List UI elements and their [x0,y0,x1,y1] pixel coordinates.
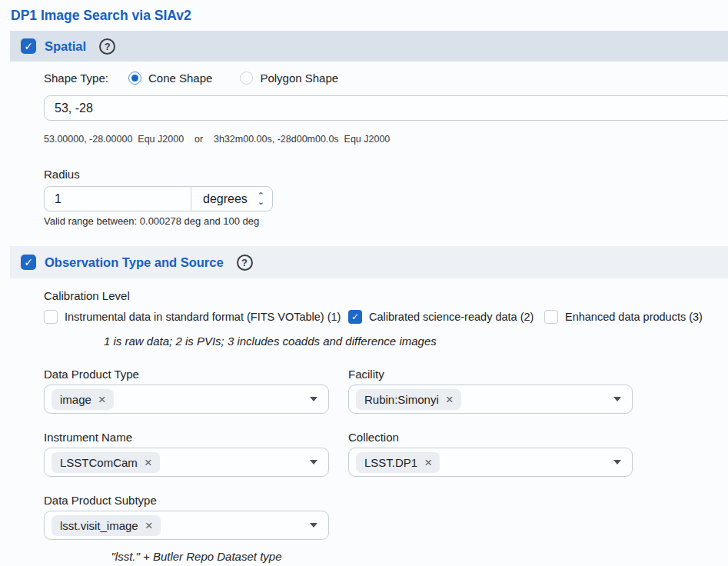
collection-label: Collection [348,431,633,444]
checkbox-icon[interactable]: ✓ [44,310,58,324]
tag-remove-icon[interactable]: × [446,393,454,406]
checkbox-instrumental-data[interactable]: ✓ Instrumental data in standard format (… [44,310,348,324]
position-input[interactable] [44,95,728,121]
tag-remove-icon[interactable]: × [145,519,153,532]
radius-input[interactable] [45,187,191,211]
dropdown-arrow-icon[interactable] [310,523,317,528]
caret-down-icon: ⌄ [258,199,264,205]
facility-label: Facility [348,368,633,381]
stepper-icon[interactable]: ⌃ ⌄ [258,193,264,205]
radius-unit-select[interactable]: degrees ⌃ ⌄ [191,187,272,211]
collection-combobox[interactable]: LSST.DP1 × [348,448,633,477]
selected-tag: lsst.visit_image × [52,515,161,536]
radio-polygon-shape[interactable]: Polygon Shape [240,72,338,85]
dropdown-arrow-icon[interactable] [613,460,621,464]
shape-type-label: Shape Type: [44,72,108,85]
radio-button-icon[interactable] [240,72,253,85]
calibration-options-row: ✓ Instrumental data in standard format (… [44,309,728,325]
checkbox-calibrated-data-label: Calibrated science-ready data (2) [369,311,534,323]
radio-button-icon[interactable] [128,72,141,85]
dropdown-arrow-icon[interactable] [613,397,621,401]
checkbox-instrumental-data-label: Instrumental data in standard format (FI… [65,311,341,323]
spatial-help-icon[interactable]: ? [99,38,115,55]
data-product-type-label: Data Product Type [44,368,329,381]
check-icon: ✓ [24,256,33,268]
spatial-section-label: Spatial [45,39,86,54]
observation-section-label: Observation Type and Source [45,255,224,270]
selected-tag: LSST.DP1 × [356,452,440,473]
observation-help-icon[interactable]: ? [237,255,253,271]
observation-section-header: ✓ Observation Type and Source ? [10,246,728,278]
tag-remove-icon[interactable]: × [145,456,152,469]
tag-label: image [60,393,91,406]
radio-cone-shape[interactable]: Cone Shape [128,72,212,85]
checkbox-icon[interactable]: ✓ [348,310,362,324]
field-data-product-type: Data Product Type image × [44,368,329,414]
spatial-section-checkbox[interactable]: ✓ [21,38,36,54]
observation-fields-grid: Data Product Type image × Facility Rubin… [44,368,728,563]
dropdown-arrow-icon[interactable] [310,397,317,401]
tag-label: Rubin:Simonyi [364,393,439,406]
selected-tag: image × [52,389,114,410]
data-product-subtype-label: Data Product Subtype [44,494,329,507]
position-hint: 53.00000, -28.00000 Equ J2000 or 3h32m00… [44,134,728,145]
data-product-type-combobox[interactable]: image × [44,385,329,414]
checkbox-icon[interactable]: ✓ [544,310,558,324]
data-product-subtype-combobox[interactable]: lsst.visit_image × [44,511,329,540]
calibration-note: 1 is raw data; 2 is PVIs; 3 includes coa… [104,335,728,348]
field-instrument-name: Instrument Name LSSTComCam × [44,431,329,477]
instrument-name-label: Instrument Name [44,431,329,444]
checkbox-enhanced-data[interactable]: ✓ Enhanced data products (3) [544,310,703,324]
radius-unit-value: degrees [203,192,251,206]
check-icon: ✓ [47,311,55,322]
tag-label: LSSTComCam [60,456,138,469]
checkbox-calibrated-data[interactable]: ✓ Calibrated science-ready data (2) [348,310,544,324]
instrument-name-combobox[interactable]: LSSTComCam × [44,448,329,477]
observation-section-checkbox[interactable]: ✓ [21,255,36,270]
tag-remove-icon[interactable]: × [98,393,106,406]
radius-valid-range-hint: Valid range between: 0.000278 deg and 10… [44,215,728,227]
check-icon: ✓ [351,311,359,322]
check-icon: ✓ [547,311,555,322]
shape-type-row: Shape Type: Cone Shape Polygon Shape [44,70,728,85]
selected-tag: LSSTComCam × [52,452,160,473]
radio-cone-shape-label: Cone Shape [148,72,212,85]
field-data-product-subtype: Data Product Subtype lsst.visit_image × … [44,494,329,563]
page-title: DP1 Image Search via SIAv2 [11,8,728,24]
facility-combobox[interactable]: Rubin:Simonyi × [348,385,633,414]
tag-label: LSST.DP1 [364,456,417,469]
selected-tag: Rubin:Simonyi × [356,389,461,410]
spatial-section-header: ✓ Spatial ? [10,31,728,62]
field-facility: Facility Rubin:Simonyi × [348,368,633,414]
dropdown-arrow-icon[interactable] [310,460,317,464]
field-collection: Collection LSST.DP1 × [348,431,633,477]
tag-remove-icon[interactable]: × [424,456,432,469]
radius-label: Radius [44,168,728,181]
checkbox-enhanced-data-label: Enhanced data products (3) [565,311,703,323]
data-product-subtype-note: "lsst." + Butler Repo Dataset type [44,550,329,563]
radius-field: degrees ⌃ ⌄ [44,186,273,211]
check-icon: ✓ [24,40,33,52]
calibration-level-label: Calibration Level [44,289,728,302]
tag-label: lsst.visit_image [60,519,138,532]
radio-polygon-shape-label: Polygon Shape [260,72,338,85]
